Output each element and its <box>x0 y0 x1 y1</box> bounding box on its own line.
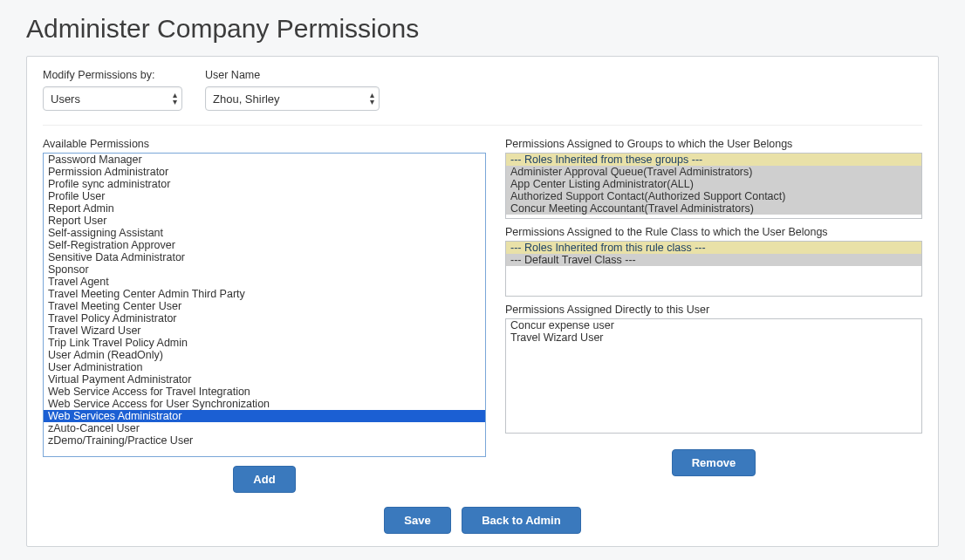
list-item[interactable]: Travel Policy Administrator <box>44 312 485 324</box>
list-item[interactable]: Travel Meeting Center Admin Third Party <box>44 288 485 300</box>
add-button-wrap: Add <box>43 466 486 493</box>
list-header: --- Roles Inherited from these groups --… <box>506 154 921 166</box>
back-button[interactable]: Back to Admin <box>462 507 581 534</box>
list-item[interactable]: Travel Wizard User <box>44 324 485 337</box>
list-item[interactable]: Self-Registration Approver <box>44 239 485 251</box>
direct-permissions-list[interactable]: Concur expense userTravel Wizard User <box>505 318 922 434</box>
list-item[interactable]: Sponsor <box>44 263 485 276</box>
list-item[interactable]: Web Service Access for Travel Integratio… <box>44 386 485 398</box>
group-permissions-list[interactable]: --- Roles Inherited from these groups --… <box>505 153 922 219</box>
list-item[interactable]: Virtual Payment Administrator <box>44 373 485 386</box>
groups-block: Permissions Assigned to Groups to which … <box>505 138 922 219</box>
modify-by-label: Modify Permissions by: <box>43 69 182 81</box>
ruleclass-block: Permissions Assigned to the Rule Class t… <box>505 226 922 297</box>
list-item[interactable]: Travel Meeting Center User <box>44 300 485 312</box>
groups-label: Permissions Assigned to Groups to which … <box>505 138 922 150</box>
direct-label: Permissions Assigned Directly to this Us… <box>505 304 922 316</box>
list-item[interactable]: Travel Wizard User <box>506 331 921 344</box>
remove-button[interactable]: Remove <box>672 449 756 476</box>
list-item[interactable]: Password Manager <box>44 154 485 166</box>
list-item[interactable]: Report Admin <box>44 202 485 215</box>
username-select-wrap: Zhou, Shirley ▴▾ <box>205 86 380 111</box>
list-item[interactable]: Profile sync administrator <box>44 178 485 190</box>
modify-by-select[interactable]: Users <box>43 86 182 111</box>
direct-block: Permissions Assigned Directly to this Us… <box>505 304 922 434</box>
filter-row: Modify Permissions by: Users ▴▾ User Nam… <box>43 69 922 126</box>
add-button[interactable]: Add <box>233 466 295 493</box>
remove-button-wrap: Remove <box>505 449 922 476</box>
list-item[interactable]: Travel Agent <box>44 276 485 288</box>
list-item[interactable]: Concur Meeting Accountant(Travel Adminis… <box>506 202 921 215</box>
right-column: Permissions Assigned to Groups to which … <box>505 138 922 493</box>
list-item[interactable]: Web Services Administrator <box>44 410 485 422</box>
page-title: Administer Company Permissions <box>26 14 939 44</box>
list-item[interactable]: Sensitive Data Administrator <box>44 251 485 263</box>
bottom-bar: Save Back to Admin <box>43 507 922 534</box>
list-item[interactable]: User Administration <box>44 361 485 373</box>
save-button[interactable]: Save <box>384 507 450 534</box>
username-label: User Name <box>205 69 380 81</box>
permissions-panel: Modify Permissions by: Users ▴▾ User Nam… <box>26 56 939 547</box>
list-item[interactable]: zAuto-Cancel User <box>44 422 485 434</box>
list-item[interactable]: App Center Listing Administrator(ALL) <box>506 178 921 190</box>
available-permissions-list[interactable]: Password ManagerPermission Administrator… <box>43 153 486 457</box>
left-column: Available Permissions Password ManagerPe… <box>43 138 486 493</box>
columns: Available Permissions Password ManagerPe… <box>43 138 922 493</box>
list-item[interactable]: Web Service Access for User Synchronizat… <box>44 398 485 410</box>
list-item[interactable]: Report User <box>44 215 485 227</box>
modify-by-group: Modify Permissions by: Users ▴▾ <box>43 69 182 111</box>
list-item[interactable]: zDemo/Training/Practice User <box>44 434 485 447</box>
available-label: Available Permissions <box>43 138 486 150</box>
list-item[interactable]: Permission Administrator <box>44 166 485 178</box>
ruleclass-label: Permissions Assigned to the Rule Class t… <box>505 226 922 238</box>
list-item[interactable]: Trip Link Travel Policy Admin <box>44 337 485 349</box>
list-item[interactable]: Profile User <box>44 190 485 202</box>
list-header: --- Roles Inherited from this rule class… <box>506 242 921 254</box>
list-item[interactable]: Administer Approval Queue(Travel Adminis… <box>506 166 921 178</box>
list-item[interactable]: --- Default Travel Class --- <box>506 254 921 266</box>
list-item[interactable]: Self-assigning Assistant <box>44 227 485 239</box>
list-item[interactable]: Concur expense user <box>506 319 921 331</box>
list-item[interactable]: User Admin (ReadOnly) <box>44 349 485 361</box>
ruleclass-permissions-list[interactable]: --- Roles Inherited from this rule class… <box>505 241 922 297</box>
modify-by-select-wrap: Users ▴▾ <box>43 86 182 111</box>
username-select[interactable]: Zhou, Shirley <box>205 86 380 111</box>
username-group: User Name Zhou, Shirley ▴▾ <box>205 69 380 111</box>
list-item[interactable]: Authorized Support Contact(Authorized Su… <box>506 190 921 202</box>
